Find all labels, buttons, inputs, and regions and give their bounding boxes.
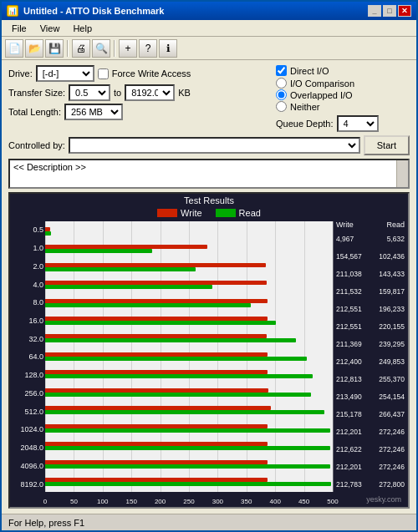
close-button[interactable]: ✕ (398, 5, 411, 17)
bar-read (45, 267, 196, 271)
force-write-checkbox[interactable] (98, 68, 109, 79)
right-read-val: 239,295 (379, 340, 405, 348)
right-read-val: 272,246 (379, 445, 405, 453)
menu-help[interactable]: Help (66, 23, 99, 34)
neither-radio[interactable] (276, 101, 287, 112)
chart-bars-container: 050100150200250300350400450500 Transfer … (45, 221, 333, 492)
right-write-val: 212,813 (336, 375, 362, 383)
right-data-row: 212,201272,246 (333, 428, 408, 436)
right-data-row: 215,178266,437 (333, 410, 408, 418)
queue-depth-row: Queue Depth: 4 (276, 115, 410, 132)
col-write-header: Write (336, 220, 354, 229)
about-button[interactable]: ℹ (159, 39, 177, 58)
io-comparison-radio[interactable] (276, 78, 287, 89)
right-write-val: 212,400 (336, 357, 362, 366)
chart-row-label: 16.0 (12, 317, 43, 326)
right-data-row: 212,813255,370 (333, 375, 408, 383)
bar-read (45, 231, 51, 236)
x-axis-label: 300 (212, 498, 223, 505)
legend-read-label: Read (239, 208, 261, 218)
total-length-select[interactable]: 256 MB (64, 104, 123, 120)
description-box: << Description >> (8, 159, 410, 189)
bar-pair (45, 459, 333, 469)
neither-row: Neither (276, 101, 410, 112)
transfer-size-row: Transfer Size: 0.5 to 8192.0 KB (8, 84, 269, 101)
help-button[interactable]: ? (139, 39, 157, 58)
queue-depth-select[interactable]: 4 (337, 115, 379, 132)
status-text: For Help, press F1 (8, 518, 84, 528)
save-button[interactable]: 💾 (45, 39, 64, 58)
right-read-val: 196,233 (379, 305, 405, 313)
controlled-by-select[interactable] (69, 137, 360, 154)
right-write-val: 211,038 (336, 270, 362, 278)
chart-right-header: Write Read (333, 220, 408, 230)
transfer-to-select[interactable]: 8192.0 (125, 84, 175, 101)
x-axis-label: 250 (183, 498, 194, 505)
right-data-row: 154,567102,436 (333, 252, 408, 261)
menu-bar: File View Help (2, 20, 416, 37)
window-controls: _ □ ✕ (368, 5, 411, 17)
right-read-val: 272,800 (379, 480, 405, 489)
right-read-val: 272,246 (379, 463, 405, 471)
drive-select[interactable]: [-d-] (36, 65, 94, 82)
print-button[interactable]: 🖨 (72, 39, 90, 58)
title-bar-left: 📊 Untitled - ATTO Disk Benchmark (7, 5, 165, 17)
add-button[interactable]: + (119, 39, 137, 58)
bar-write (45, 263, 266, 267)
chart-row-label: 0.5 (12, 225, 43, 235)
main-window: 📊 Untitled - ATTO Disk Benchmark _ □ ✕ F… (0, 0, 418, 532)
bar-read (45, 285, 212, 289)
chart-title: Test Results (10, 194, 408, 207)
bar-pair (45, 334, 333, 343)
right-data-row: 211,038143,433 (333, 270, 408, 278)
preview-button[interactable]: 🔍 (92, 39, 110, 58)
bar-write (45, 227, 50, 231)
bar-pair (45, 388, 333, 397)
legend-write-color (157, 209, 177, 217)
right-controls: Direct I/O I/O Comparison Overlapped I/O… (276, 65, 410, 132)
bar-pair (45, 226, 333, 236)
bar-pair (45, 352, 333, 361)
bar-pair (45, 245, 333, 254)
overlapped-io-label: Overlapped I/O (290, 90, 353, 100)
bar-pair (45, 423, 333, 433)
description-scrollbar[interactable] (396, 160, 408, 187)
description-text: << Description >> (13, 162, 86, 172)
transfer-from-select[interactable]: 0.5 (69, 84, 110, 101)
new-button[interactable]: 📄 (5, 39, 23, 58)
right-read-val: 254,154 (379, 393, 405, 401)
right-read-val: 255,370 (379, 375, 405, 383)
force-write-label: Force Write Access (112, 68, 191, 79)
open-button[interactable]: 📂 (25, 39, 43, 58)
queue-depth-label: Queue Depth: (276, 119, 334, 129)
toolbar-separator-2 (114, 40, 115, 57)
x-axis-label: 500 (327, 498, 338, 505)
window-title: Untitled - ATTO Disk Benchmark (23, 6, 165, 16)
direct-io-checkbox[interactable] (276, 65, 287, 76)
chart-labels-right: Write Read 4,9675,632154,567102,436211,0… (333, 220, 408, 507)
x-axis-label: 400 (270, 498, 281, 505)
chart-row-label: 64.0 (12, 352, 43, 362)
overlapped-io-radio[interactable] (276, 89, 287, 100)
right-write-val: 212,551 (336, 305, 362, 313)
direct-io-row: Direct I/O (276, 65, 410, 76)
io-comparison-row: I/O Comparison (276, 78, 410, 89)
right-read-val: 272,246 (379, 428, 405, 436)
maximize-button[interactable]: □ (383, 5, 396, 17)
menu-file[interactable]: File (5, 23, 33, 34)
bar-pair (45, 298, 333, 307)
bar-pair (45, 281, 333, 290)
start-button[interactable]: Start (364, 135, 410, 155)
right-write-val: 212,622 (336, 445, 362, 453)
right-read-val: 5,632 (387, 235, 405, 243)
x-axis-label: 0 (43, 498, 47, 505)
bar-read (45, 464, 330, 469)
minimize-button[interactable]: _ (368, 5, 381, 17)
bar-read (45, 321, 276, 325)
right-data-row: 213,490254,154 (333, 393, 408, 401)
total-length-row: Total Length: 256 MB (8, 104, 269, 120)
x-axis-label: 350 (241, 498, 252, 505)
menu-view[interactable]: View (33, 23, 67, 34)
bar-pair (45, 442, 333, 451)
watermark: yesky.com (366, 495, 401, 504)
